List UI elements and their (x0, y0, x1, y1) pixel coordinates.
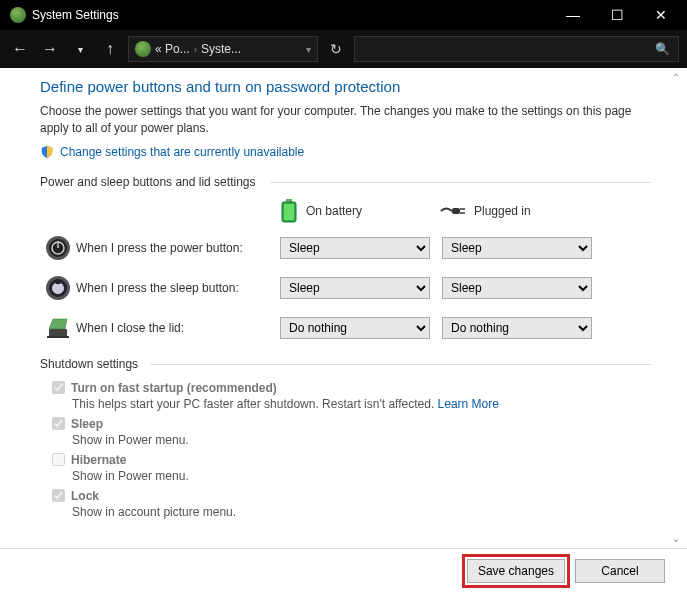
sleep-button-row: When I press the sleep button: Sleep Sle… (40, 275, 651, 301)
lid-row: When I close the lid: Do nothing Do noth… (40, 315, 651, 341)
footer: Save changes Cancel (0, 548, 687, 592)
window-title: System Settings (32, 8, 551, 22)
page-title: Define power buttons and turn on passwor… (40, 78, 651, 95)
back-button[interactable]: ← (8, 37, 32, 61)
fast-startup-checkbox[interactable] (52, 381, 65, 394)
sleep-label: Sleep (71, 417, 103, 431)
search-icon: 🔍 (655, 42, 670, 56)
titlebar: System Settings — ☐ ✕ (0, 0, 687, 30)
fast-startup-label: Turn on fast startup (recommended) (71, 381, 277, 395)
power-button-row: When I press the power button: Sleep Sle… (40, 235, 651, 261)
lock-checkbox[interactable] (52, 489, 65, 502)
hibernate-checkbox[interactable] (52, 453, 65, 466)
power-button-icon (45, 235, 71, 261)
sleep-checkbox[interactable] (52, 417, 65, 430)
refresh-button[interactable]: ↻ (324, 41, 348, 57)
page-description: Choose the power settings that you want … (40, 103, 651, 137)
location-icon (135, 41, 151, 57)
shield-icon (40, 145, 54, 159)
section-shutdown-label: Shutdown settings (40, 357, 651, 371)
content-pane: Define power buttons and turn on passwor… (0, 68, 687, 548)
svg-rect-12 (49, 329, 67, 337)
lock-item: Lock Show in account picture menu. (52, 489, 651, 519)
battery-icon (280, 199, 298, 223)
power-button-battery-select[interactable]: Sleep (280, 237, 430, 259)
navbar: ← → ▾ ↑ « Po... › Syste... ▾ ↻ 🔍 (0, 30, 687, 68)
breadcrumb-item[interactable]: « Po... (155, 42, 190, 56)
svg-rect-2 (284, 204, 294, 220)
up-button[interactable]: ↑ (98, 37, 122, 61)
change-settings-link[interactable]: Change settings that are currently unava… (60, 145, 304, 159)
cancel-button[interactable]: Cancel (575, 559, 665, 583)
breadcrumb-item[interactable]: Syste... (201, 42, 241, 56)
learn-more-link[interactable]: Learn More (438, 397, 499, 411)
close-button[interactable]: ✕ (639, 0, 683, 30)
fast-startup-desc: This helps start your PC faster after sh… (72, 397, 651, 411)
sleep-button-icon (45, 275, 71, 301)
lid-battery-select[interactable]: Do nothing (280, 317, 430, 339)
plug-icon (440, 204, 466, 218)
power-button-plugged-select[interactable]: Sleep (442, 237, 592, 259)
chevron-down-icon[interactable]: ▾ (306, 44, 311, 55)
hibernate-item: Hibernate Show in Power menu. (52, 453, 651, 483)
maximize-button[interactable]: ☐ (595, 0, 639, 30)
col-battery-label: On battery (306, 204, 362, 218)
sleep-button-label: When I press the sleep button: (76, 281, 280, 295)
lock-desc: Show in account picture menu. (72, 505, 651, 519)
lid-plugged-select[interactable]: Do nothing (442, 317, 592, 339)
column-headers: On battery Plugged in (40, 199, 651, 223)
col-plugged-label: Plugged in (474, 204, 531, 218)
fast-startup-item: Turn on fast startup (recommended) This … (52, 381, 651, 411)
sleep-desc: Show in Power menu. (72, 433, 651, 447)
lid-label: When I close the lid: (76, 321, 280, 335)
hibernate-label: Hibernate (71, 453, 126, 467)
power-button-label: When I press the power button: (76, 241, 280, 255)
chevron-icon: › (194, 44, 197, 55)
minimize-button[interactable]: — (551, 0, 595, 30)
app-icon (10, 7, 26, 23)
sleep-item: Sleep Show in Power menu. (52, 417, 651, 447)
sleep-button-battery-select[interactable]: Sleep (280, 277, 430, 299)
search-input[interactable]: 🔍 (354, 36, 679, 62)
lock-label: Lock (71, 489, 99, 503)
hibernate-desc: Show in Power menu. (72, 469, 651, 483)
section-buttons-label: Power and sleep buttons and lid settings (40, 175, 651, 189)
forward-button[interactable]: → (38, 37, 62, 61)
save-button[interactable]: Save changes (467, 559, 565, 583)
recent-dropdown[interactable]: ▾ (68, 37, 92, 61)
svg-rect-3 (452, 208, 460, 214)
breadcrumb[interactable]: « Po... › Syste... ▾ (128, 36, 318, 62)
laptop-lid-icon (45, 315, 71, 341)
sleep-button-plugged-select[interactable]: Sleep (442, 277, 592, 299)
